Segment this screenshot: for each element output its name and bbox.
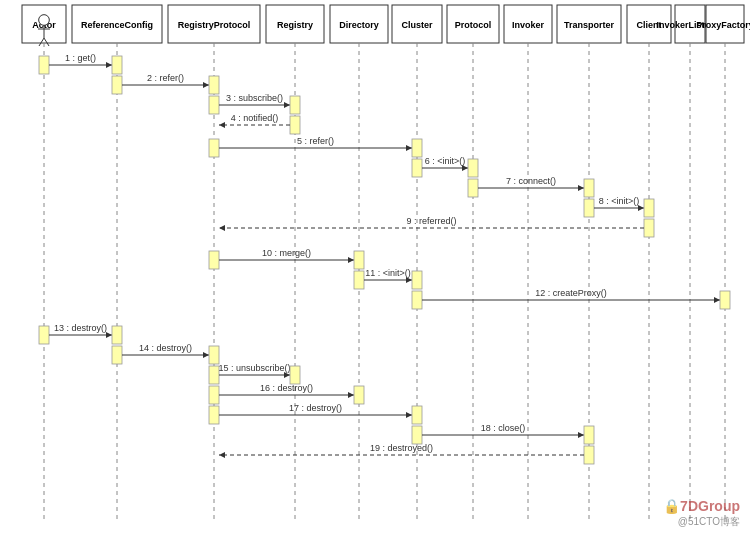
svg-text:19 : destroyed(): 19 : destroyed() [370, 443, 433, 453]
svg-text:16 : destroy(): 16 : destroy() [260, 383, 313, 393]
svg-marker-102 [406, 412, 412, 418]
svg-rect-88 [112, 346, 122, 364]
svg-rect-36 [39, 56, 49, 74]
svg-text:18 : close(): 18 : close() [481, 423, 526, 433]
svg-text:6 : <init>(): 6 : <init>() [425, 156, 466, 166]
svg-text:12 : createProxy(): 12 : createProxy() [535, 288, 607, 298]
svg-rect-119 [354, 251, 364, 269]
svg-rect-112 [112, 56, 122, 74]
svg-rect-104 [412, 426, 422, 444]
svg-rect-52 [209, 139, 219, 157]
svg-rect-120 [412, 271, 422, 289]
svg-marker-42 [203, 82, 209, 88]
svg-rect-121 [720, 291, 730, 309]
svg-text:7 : connect(): 7 : connect() [506, 176, 556, 186]
watermark2: @51CTO博客 [678, 515, 740, 529]
svg-rect-60 [468, 179, 478, 197]
sequence-diagram: ActorReferenceConfigRegistryProtocolRegi… [0, 0, 750, 534]
svg-rect-116 [468, 159, 478, 177]
svg-rect-108 [584, 446, 594, 464]
svg-text:Protocol: Protocol [455, 20, 492, 30]
svg-marker-38 [106, 62, 112, 68]
svg-text:2 : refer(): 2 : refer() [147, 73, 184, 83]
svg-rect-76 [354, 271, 364, 289]
svg-rect-124 [290, 366, 300, 384]
svg-rect-126 [412, 406, 422, 424]
svg-marker-46 [284, 102, 290, 108]
svg-point-128 [39, 15, 50, 26]
svg-rect-114 [290, 96, 300, 114]
svg-text:11 : <init>(): 11 : <init>() [365, 268, 411, 278]
svg-text:4 : notified(): 4 : notified() [231, 113, 279, 123]
svg-rect-123 [209, 346, 219, 364]
svg-marker-70 [219, 225, 225, 231]
svg-text:ReferenceConfig: ReferenceConfig [81, 20, 153, 30]
svg-marker-54 [406, 145, 412, 151]
svg-text:8 : <init>(): 8 : <init>() [599, 196, 640, 206]
svg-text:15 : unsubscribe(): 15 : unsubscribe() [218, 363, 290, 373]
svg-marker-106 [578, 432, 584, 438]
svg-marker-98 [348, 392, 354, 398]
svg-rect-84 [39, 326, 49, 344]
svg-text:Transporter: Transporter [564, 20, 615, 30]
svg-text:5 : refer(): 5 : refer() [297, 136, 334, 146]
svg-text:14 : destroy(): 14 : destroy() [139, 343, 192, 353]
svg-rect-118 [644, 199, 654, 217]
svg-text:Registry: Registry [277, 20, 313, 30]
svg-rect-80 [412, 291, 422, 309]
svg-text:3 : subscribe(): 3 : subscribe() [226, 93, 283, 103]
svg-text:ProxyFactory: ProxyFactory [696, 20, 750, 30]
svg-rect-48 [290, 116, 300, 134]
svg-rect-127 [584, 426, 594, 444]
svg-rect-56 [412, 159, 422, 177]
svg-text:10 : merge(): 10 : merge() [262, 248, 311, 258]
svg-rect-125 [354, 386, 364, 404]
svg-marker-50 [219, 122, 225, 128]
diagram-svg: ActorReferenceConfigRegistryProtocolRegi… [0, 0, 750, 534]
svg-marker-62 [578, 185, 584, 191]
svg-text:Invoker: Invoker [512, 20, 545, 30]
svg-rect-44 [209, 96, 219, 114]
svg-rect-122 [112, 326, 122, 344]
svg-text:9 : referred(): 9 : referred() [406, 216, 456, 226]
svg-rect-72 [209, 251, 219, 269]
svg-text:17 : destroy(): 17 : destroy() [289, 403, 342, 413]
svg-text:Directory: Directory [339, 20, 379, 30]
svg-marker-90 [203, 352, 209, 358]
watermark: 🔒7DGroup [663, 498, 740, 514]
svg-rect-64 [584, 199, 594, 217]
svg-marker-110 [219, 452, 225, 458]
svg-rect-68 [644, 219, 654, 237]
svg-text:Cluster: Cluster [401, 20, 433, 30]
svg-text:RegistryProtocol: RegistryProtocol [178, 20, 251, 30]
svg-rect-40 [112, 76, 122, 94]
svg-text:13 : destroy(): 13 : destroy() [54, 323, 107, 333]
svg-rect-117 [584, 179, 594, 197]
svg-marker-74 [348, 257, 354, 263]
svg-rect-100 [209, 406, 219, 424]
svg-rect-113 [209, 76, 219, 94]
svg-marker-82 [714, 297, 720, 303]
svg-rect-115 [412, 139, 422, 157]
svg-text:1 : get(): 1 : get() [65, 53, 96, 63]
svg-rect-96 [209, 386, 219, 404]
